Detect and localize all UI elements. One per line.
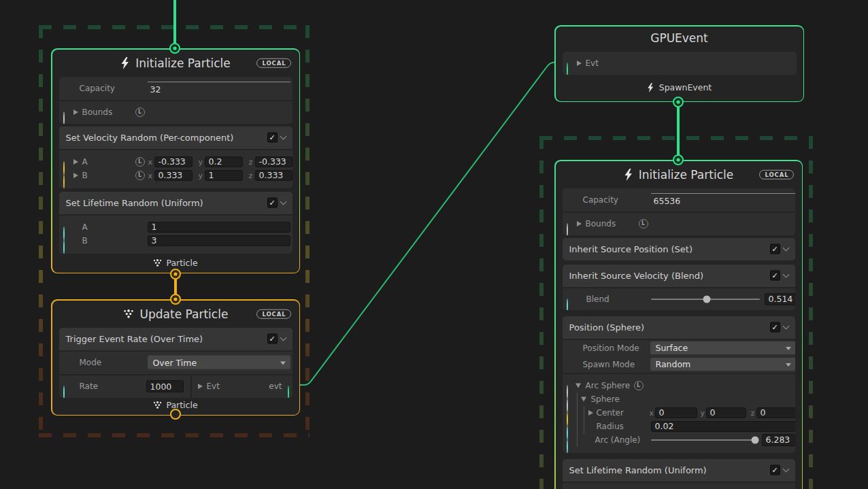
block-enabled-checkbox[interactable] bbox=[770, 322, 780, 333]
x-field[interactable]: 0.333 bbox=[154, 170, 193, 181]
block-title: Set Velocity Random (Per-component) bbox=[66, 133, 234, 143]
slider-handle[interactable] bbox=[703, 295, 710, 303]
slider-handle[interactable] bbox=[751, 436, 758, 443]
bounds-row: Bounds L bbox=[59, 100, 293, 124]
mode-dropdown[interactable]: Over Time bbox=[148, 356, 290, 370]
settings-panel: Capacity 65536 Bounds L bbox=[563, 188, 795, 235]
axis-x-label: x bbox=[148, 157, 153, 166]
indent-guide bbox=[577, 433, 578, 447]
node-titlebar[interactable]: Initialize Particle LOCAL bbox=[556, 161, 802, 188]
expander-icon[interactable] bbox=[588, 410, 593, 416]
block-header[interactable]: Set Velocity Random (Per-component) bbox=[59, 127, 293, 149]
block-title: Inherit Source Position (Set) bbox=[569, 244, 693, 254]
float-port[interactable] bbox=[63, 386, 65, 398]
node-titlebar[interactable]: Initialize Particle LOCAL bbox=[52, 50, 299, 77]
axis-z-label: z bbox=[751, 408, 755, 417]
expander-icon[interactable] bbox=[577, 221, 582, 226]
node-gpuevent: GPUEvent Evt SpawnEvent bbox=[554, 25, 804, 102]
block-header[interactable]: Inherit Source Velocity (Blend) bbox=[563, 265, 795, 287]
float-port[interactable] bbox=[567, 439, 568, 453]
x-field[interactable]: -0.333 bbox=[154, 156, 193, 167]
block-title: Trigger Event Rate (Over Time) bbox=[66, 334, 203, 344]
position-mode-dropdown[interactable]: Surface bbox=[650, 341, 795, 355]
bounds-port[interactable] bbox=[63, 112, 65, 124]
spawn-mode-dropdown[interactable]: Random bbox=[650, 358, 795, 371]
radius-row: Radius 0.02 bbox=[563, 420, 795, 433]
evt-output-port[interactable] bbox=[288, 386, 289, 398]
local-badge[interactable]: LOCAL bbox=[256, 309, 290, 319]
value-field[interactable]: 3 bbox=[148, 235, 290, 246]
block-header[interactable]: Inherit Source Position (Set) bbox=[563, 238, 795, 260]
capacity-row: Capacity 65536 bbox=[563, 188, 795, 212]
capacity-field[interactable]: 65536 bbox=[651, 193, 795, 207]
property-label: A bbox=[82, 157, 88, 167]
arc-field[interactable]: 6.283 bbox=[762, 434, 795, 446]
evt-row: Evt bbox=[563, 52, 797, 75]
block-body: Blend 0.514 bbox=[563, 287, 795, 310]
property-row-a: A 1 bbox=[59, 220, 293, 234]
blend-slider[interactable] bbox=[651, 299, 760, 300]
expander-icon[interactable] bbox=[73, 109, 78, 115]
evt-input-port[interactable] bbox=[567, 63, 568, 75]
chevron-down-icon[interactable] bbox=[782, 323, 789, 330]
bounds-port[interactable] bbox=[567, 223, 568, 235]
chevron-down-icon[interactable] bbox=[280, 133, 286, 140]
node-titlebar[interactable]: GPUEvent bbox=[556, 27, 803, 50]
chevron-down-icon[interactable] bbox=[782, 466, 789, 473]
flow-output-text: Particle bbox=[166, 258, 197, 268]
local-badge[interactable]: LOCAL bbox=[759, 169, 793, 180]
sphere-row: Sphere bbox=[563, 392, 795, 406]
capacity-row: Capacity 32 bbox=[59, 77, 293, 100]
expander-icon[interactable] bbox=[198, 384, 203, 389]
axis-y-label: y bbox=[199, 171, 203, 180]
chevron-down-icon[interactable] bbox=[782, 245, 789, 252]
block-set-lifetime-random: Set Lifetime Random (Uniform) bbox=[563, 459, 795, 489]
radius-field[interactable]: 0.02 bbox=[651, 421, 795, 432]
block-header[interactable]: Trigger Event Rate (Over Time) bbox=[59, 328, 293, 350]
position-mode-row: Position Mode Surface bbox=[563, 339, 795, 356]
block-set-lifetime-random: Set Lifetime Random (Uniform) A 1 B 3 bbox=[59, 192, 293, 254]
block-body: A L x -0.333 y 0.2 z -0.333 B L x 0.333 … bbox=[59, 149, 293, 188]
y-field[interactable]: 1 bbox=[205, 170, 243, 181]
node-titlebar[interactable]: Update Particle LOCAL bbox=[52, 301, 299, 328]
rate-field[interactable]: 1000 bbox=[146, 380, 184, 392]
x-field[interactable]: 0 bbox=[655, 407, 697, 418]
block-enabled-checkbox[interactable] bbox=[770, 271, 780, 281]
block-enabled-checkbox[interactable] bbox=[267, 334, 278, 344]
block-header[interactable]: Set Lifetime Random (Uniform) bbox=[59, 192, 293, 214]
node-gpuevent-body: GPUEvent Evt SpawnEvent bbox=[556, 27, 803, 101]
chevron-down-icon[interactable] bbox=[280, 199, 286, 205]
value-field[interactable]: 1 bbox=[148, 222, 290, 233]
y-field[interactable]: 0.2 bbox=[205, 156, 243, 167]
expander-icon[interactable] bbox=[73, 173, 78, 178]
block-enabled-checkbox[interactable] bbox=[267, 133, 278, 143]
chevron-down-icon[interactable] bbox=[280, 335, 286, 341]
y-field[interactable]: 0 bbox=[706, 407, 746, 418]
flow-output-text: Particle bbox=[166, 400, 197, 410]
node-title: Initialize Particle bbox=[135, 56, 230, 70]
property-row-b: B L x 0.333 y 1 z 0.333 bbox=[59, 169, 293, 182]
expander-icon[interactable] bbox=[73, 159, 78, 165]
block-enabled-checkbox[interactable] bbox=[770, 465, 780, 475]
arc-slider[interactable] bbox=[651, 439, 756, 441]
block-enabled-checkbox[interactable] bbox=[267, 198, 278, 208]
sphere-label: Sphere bbox=[591, 394, 620, 404]
float-port[interactable] bbox=[63, 240, 65, 254]
z-field[interactable]: 0.333 bbox=[255, 170, 293, 181]
chevron-down-icon[interactable] bbox=[782, 271, 789, 278]
z-field[interactable]: 0 bbox=[756, 407, 795, 418]
expander-icon[interactable] bbox=[577, 61, 582, 66]
local-badge[interactable]: LOCAL bbox=[256, 58, 290, 68]
lock-badge: L bbox=[135, 171, 145, 180]
expander-open-icon[interactable] bbox=[581, 397, 586, 401]
block-header[interactable]: Set Lifetime Random (Uniform) bbox=[563, 459, 795, 482]
float-port[interactable] bbox=[567, 299, 568, 310]
data-edge-evt-to-gpuevent[interactable] bbox=[294, 63, 567, 386]
block-enabled-checkbox[interactable] bbox=[770, 244, 780, 254]
block-header[interactable]: Position (Sphere) bbox=[563, 316, 795, 339]
capacity-field[interactable]: 32 bbox=[148, 82, 290, 95]
vector-port[interactable] bbox=[63, 175, 65, 188]
blend-field[interactable]: 0.514 bbox=[765, 293, 795, 305]
z-field[interactable]: -0.333 bbox=[255, 156, 293, 167]
expander-open-icon[interactable] bbox=[575, 383, 581, 388]
